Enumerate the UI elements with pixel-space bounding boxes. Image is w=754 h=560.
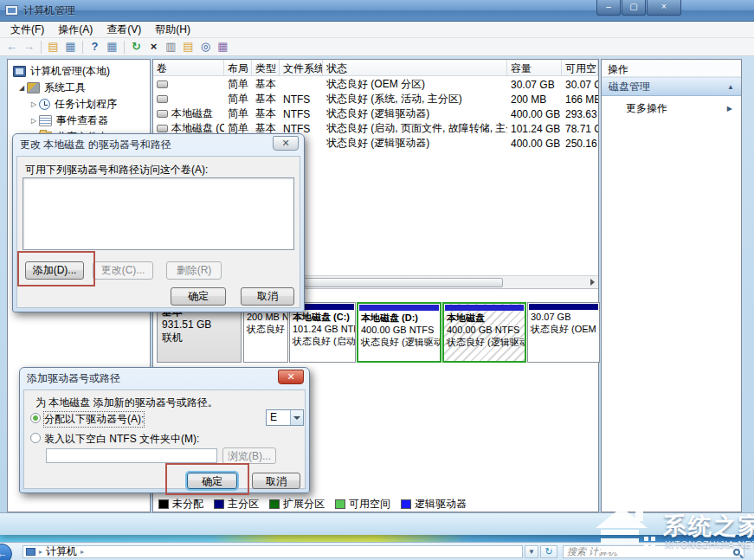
legend-extended-partition: 扩展分区 [269,497,325,512]
close-icon[interactable]: ✕ [278,370,304,384]
system-tools-icon [27,82,40,93]
volume-row[interactable]: 简单 基本 状态良好 (OEM 分区) 30.07 GB 30.07 GB [153,77,598,92]
volume-name: 本地磁盘 [171,106,213,121]
show-hide-pane-icon[interactable]: ▦ [62,40,79,55]
legend-swatch [335,499,345,509]
volume-icon [157,125,168,132]
drive-letter-select[interactable]: E [266,409,304,426]
volume-access-label: 可用下列驱动器号和路径访问这个卷(A): [25,163,208,177]
column-type[interactable]: 类型 [252,60,280,75]
legend-free-space: 可用空间 [335,497,390,512]
menu-file[interactable]: 文件(F) [3,22,51,37]
chevron-right-icon: ▸ [39,548,42,556]
delete-icon[interactable]: × [145,40,162,55]
partition-d[interactable]: 本地磁盘 (D:) 400.00 GB NTFS 状态良好 (逻辑驱动器) [357,302,441,363]
volume-free-space: 78.71 G [562,123,598,135]
mount-folder-label[interactable]: 装入以下空白 NTFS 文件夹中(M): [44,432,199,447]
tree-item-label: 系统工具 [44,80,86,95]
partition-local-disk-selected[interactable]: 本地磁盘 400.00 GB NTFS 状态良好 (逻辑驱动器) [442,302,526,363]
refresh-icon[interactable]: ↻ [128,40,145,55]
volume-icon [157,95,168,103]
legend-swatch [158,499,169,509]
actions-group-disk-management[interactable]: 磁盘管理 ▲ [602,77,741,96]
partition-color-strip [445,305,524,311]
mount-folder-radio[interactable] [30,433,41,443]
expand-arrow-icon[interactable]: ▷ [29,100,39,108]
expand-arrow-icon[interactable]: ◢ [16,84,27,92]
volume-row[interactable]: 本地磁盘 简单 基本 NTFS 状态良好 (逻辑驱动器) 400.00 GB 2… [153,106,598,121]
minimize-button[interactable]: – [596,0,621,16]
menu-help[interactable]: 帮助(H) [148,22,197,37]
properties-icon[interactable]: ▥ [163,40,179,55]
column-layout[interactable]: 布局 [224,60,252,75]
open-icon[interactable]: ▤ [180,40,197,55]
ok-button[interactable]: 确定 [171,287,226,306]
close-button[interactable]: × [647,0,681,16]
tree-item-task-scheduler[interactable]: ▷ 任务计划程序 [29,96,117,113]
volume-capacity: 101.24 GB [507,123,562,135]
disk-management-icon[interactable]: ▦ [215,40,231,55]
show-console-tree-icon[interactable]: ▤ [45,40,61,55]
action-pane-icon[interactable]: ▦ [104,40,120,55]
volume-status: 状态良好 (系统, 活动, 主分区) [323,92,507,106]
change-button[interactable]: 更改(C)... [93,261,153,280]
close-icon[interactable]: ✕ [273,136,299,151]
search-icon[interactable]: ◎ [197,40,214,55]
annotation-add-button [17,251,95,286]
browse-button[interactable]: 浏览(B)... [222,447,276,464]
tree-item-system-tools[interactable]: ◢ 系统工具 [16,80,86,96]
assign-drive-letter-radio[interactable] [30,413,41,423]
task-scheduler-icon [39,99,50,110]
more-actions-item[interactable]: 更多操作 ▶ [602,100,741,117]
search-icon [733,549,740,556]
cancel-button[interactable]: 取消 [252,473,300,489]
toolbar-separator [124,41,125,54]
volume-list-header: 卷 布局 类型 文件系统 状态 容量 可用空 [153,60,598,76]
legend-primary-partition: 主分区 [214,497,259,512]
assign-drive-letter-label[interactable]: 分配以下驱动器号(A): [44,412,144,427]
volume-free-space: 166 MB [562,93,598,106]
tree-item-event-viewer[interactable]: ▷ 事件查看器 [29,113,108,129]
column-capacity[interactable]: 容量 [507,60,562,75]
back-icon[interactable]: ← [3,40,20,55]
drive-letter-listbox[interactable] [23,177,294,250]
back-icon: ← [0,547,8,560]
help-icon[interactable]: ? [87,40,103,55]
volume-free-space: 30.07 GB [562,79,598,91]
column-filesystem[interactable]: 文件系统 [280,60,323,75]
change-drive-letter-dialog: 更改 本地磁盘 的驱动器号和路径 ✕ 可用下列驱动器号和路径访问这个卷(A): … [12,133,305,312]
column-volume[interactable]: 卷 [153,60,224,75]
forward-icon[interactable]: → [21,40,37,55]
volume-status: 状态良好 (OEM 分区) [323,77,507,92]
collapse-arrow-icon[interactable]: ▲ [727,83,734,91]
volume-type: 基本 [252,77,280,92]
search-input[interactable]: 搜索 计算机 [563,545,744,558]
toolbar-separator [82,41,83,54]
remove-button[interactable]: 删除(R) [166,261,222,280]
volume-row[interactable]: 简单 基本 NTFS 状态良好 (系统, 活动, 主分区) 200 MB 166… [153,92,598,106]
scroll-right-icon[interactable] [590,279,595,286]
address-bar[interactable]: ▸ 计算机 ▸ [23,545,523,558]
column-free-space[interactable]: 可用空 [562,60,598,75]
maximize-button[interactable]: ▢ [622,0,646,16]
legend-label: 未分配 [172,497,203,512]
partition-color-strip [359,305,439,311]
expand-arrow-icon[interactable]: ▷ [29,117,39,125]
cancel-button[interactable]: 取消 [241,287,294,306]
legend-label: 逻辑驱动器 [415,497,467,512]
column-status[interactable]: 状态 [323,60,507,75]
tree-item-computer-management[interactable]: 计算机管理(本地) [13,63,110,80]
partition-size: 400.00 GB NTFS [444,324,525,336]
partition-size: 400.00 GB NTFS [358,324,440,336]
address-dropdown-button[interactable]: ▼ [525,545,538,558]
menu-action[interactable]: 操作(A) [51,22,100,37]
partition-status: 状态良好 (OEM 分区) [528,323,599,335]
refresh-button[interactable]: ↻ [540,545,557,558]
volume-layout: 简单 [224,92,252,106]
breadcrumb[interactable]: 计算机 [46,544,77,559]
chevron-down-icon[interactable] [290,410,303,425]
partition-oem[interactable]: 30.07 GB 状态良好 (OEM 分区) [527,302,600,363]
menu-view[interactable]: 查看(V) [100,22,148,37]
mount-path-input[interactable] [46,448,217,463]
legend-swatch [214,499,224,509]
